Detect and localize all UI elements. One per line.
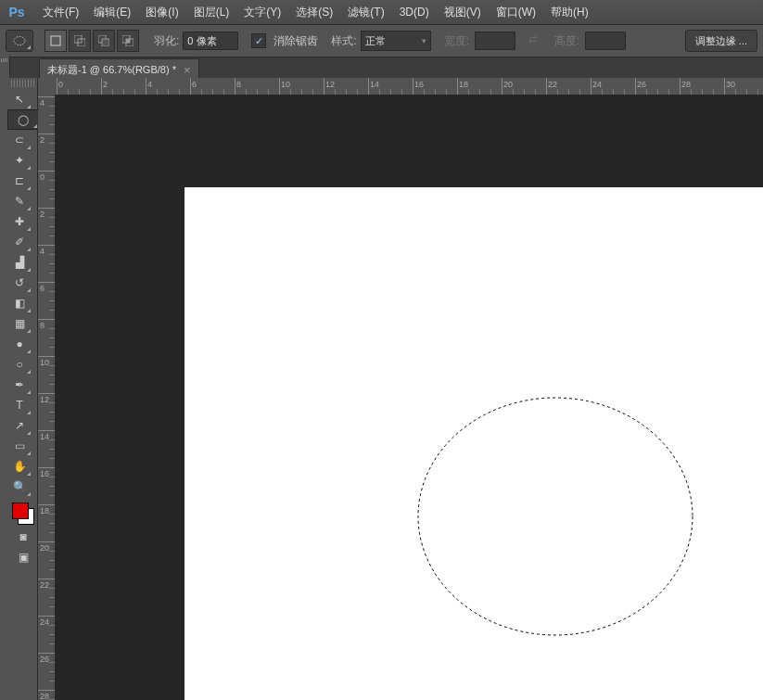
height-input [585,32,626,50]
swap-dimensions-icon: ⇄ [525,32,541,49]
dodge-tool[interactable]: ○ [7,354,32,375]
vertical-ruler[interactable]: 420246810121416182022242628 [38,95,56,700]
svg-rect-8 [126,39,130,43]
menu-编辑E[interactable]: 编辑(E) [86,0,138,24]
menu-文件F[interactable]: 文件(F) [35,0,86,24]
menu-选择S[interactable]: 选择(S) [288,0,340,24]
marquee-selection [416,396,694,637]
menu-图层L[interactable]: 图层(L) [186,0,237,24]
document-tab[interactable]: 未标题-1 @ 66.7%(RGB/8) * × [39,58,199,80]
menu-窗口W[interactable]: 窗口(W) [489,0,543,24]
antialias-label: 消除锯齿 [273,33,318,49]
ps-logo: Ps [6,4,28,20]
color-swatch[interactable] [12,503,34,525]
menu-图像I[interactable]: 图像(I) [138,0,185,24]
width-label: 宽度: [444,33,469,49]
screenmode-button[interactable]: ▣ [13,549,33,566]
lasso-tool[interactable]: ⊂ [7,130,32,150]
menu-帮助H[interactable]: 帮助(H) [543,0,596,24]
selection-new[interactable] [45,30,67,52]
blur-tool[interactable]: ● [7,334,32,354]
selection-subtract[interactable] [93,30,115,52]
svg-rect-5 [102,39,109,46]
type-tool[interactable]: T [7,395,32,415]
toolbar-grip[interactable] [11,80,35,87]
selection-add[interactable] [69,30,91,52]
ruler-origin[interactable] [38,78,56,95]
eyedropper-tool[interactable]: ✎ [7,191,32,211]
move-tool[interactable]: ↖ [7,89,32,109]
menu-文字Y[interactable]: 文字(Y) [236,0,288,24]
hand-tool[interactable]: ✋ [7,456,32,477]
current-tool-preset[interactable] [6,30,33,52]
healing-brush-tool[interactable]: ✚ [7,211,32,232]
menu-视图V[interactable]: 视图(V) [437,0,489,24]
selection-intersect[interactable] [117,30,139,52]
rectangle-tool[interactable]: ▭ [7,436,32,456]
svg-rect-1 [51,36,60,45]
path-selection-tool[interactable]: ↗ [7,415,32,436]
horizontal-ruler[interactable]: 02468101214161820222426283032 [55,78,763,95]
elliptical-marquee-tool[interactable]: ◯ [7,109,39,130]
crop-tool[interactable]: ⊏ [7,171,32,191]
tools-panel: ↖◯⊂✦⊏✎✚✐▟↺◧▦●○✒T↗▭✋🔍 ◙ ▣ [9,78,38,700]
antialias-checkbox[interactable]: ✓ [251,33,266,48]
feather-label: 羽化: [154,33,179,49]
menu-3DD[interactable]: 3D(D) [392,0,437,24]
history-brush-tool[interactable]: ↺ [7,273,32,293]
work-area: 02468101214161820222426283032 4202468101… [38,78,763,700]
ellipse-icon [13,35,26,46]
brush-tool[interactable]: ✐ [7,232,32,252]
document-tab-title: 未标题-1 @ 66.7%(RGB/8) * [47,63,176,77]
document-canvas[interactable] [184,187,763,700]
svg-point-0 [14,37,25,45]
clone-stamp-tool[interactable]: ▟ [7,252,32,273]
width-input [475,32,515,50]
selection-mode-group [45,30,141,52]
pen-tool[interactable]: ✒ [7,375,32,395]
menu-bar: Ps 文件(F)编辑(E)图像(I)图层(L)文字(Y)选择(S)滤镜(T)3D… [0,0,763,25]
refine-edge-button[interactable]: 调整边缘 ... [685,30,757,52]
menu-滤镜T[interactable]: 滤镜(T) [340,0,391,24]
magic-wand-tool[interactable]: ✦ [7,150,32,171]
quickmask-button[interactable]: ◙ [13,528,33,545]
height-label: 高度: [554,33,579,49]
options-bar: 羽化: ✓ 消除锯齿 样式: 正常▾ 宽度: ⇄ 高度: 调整边缘 ... [0,25,763,57]
foreground-color[interactable] [12,503,29,519]
zoom-tool[interactable]: 🔍 [7,477,32,497]
svg-point-9 [418,398,693,635]
eraser-tool[interactable]: ◧ [7,293,32,313]
feather-input[interactable] [183,32,238,50]
close-tab-icon[interactable]: × [184,63,191,77]
style-select[interactable]: 正常▾ [361,31,431,51]
style-label: 样式: [331,33,356,49]
gradient-tool[interactable]: ▦ [7,313,32,334]
canvas-viewport[interactable] [55,95,763,700]
